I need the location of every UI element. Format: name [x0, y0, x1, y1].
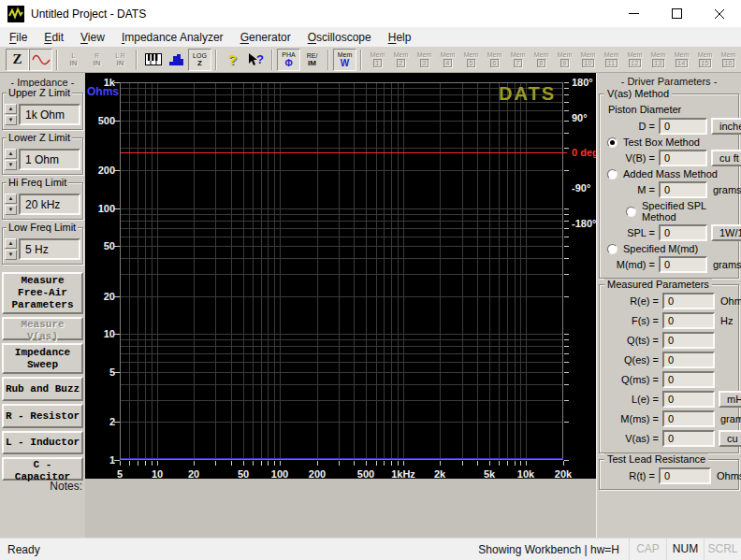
test-box-method-radio[interactable]: Test Box Method — [607, 136, 735, 148]
x-tick — [138, 461, 138, 466]
help-button[interactable]: ? — [221, 49, 244, 71]
button-label-bottom: IN — [70, 60, 78, 67]
driver-parameters-title: - Driver Parameters - — [599, 76, 739, 87]
right-input-button: RIN — [85, 49, 109, 71]
mem-label: Mem — [581, 51, 596, 58]
hi-freq-limit-label: Hi Freq Limit — [7, 177, 68, 188]
piano-keys-button[interactable] — [141, 49, 165, 71]
impedance-chart: 1251020501002005001k51020501002005001kHz… — [85, 73, 596, 479]
low-freq-limit-value[interactable]: 5 Hz — [19, 238, 80, 260]
lower-z-limit-spin-up[interactable]: ▲ — [5, 149, 17, 159]
menu-view[interactable]: View — [72, 29, 113, 46]
q-ts-input[interactable]: 0 — [662, 332, 715, 349]
frequency-blocks-button[interactable] — [165, 49, 188, 71]
menu-impedance-analyzer[interactable]: Impedance Analyzer — [113, 29, 232, 46]
measure-free-air-parameters-button[interactable]: Measure Free-Air Parameters — [2, 272, 83, 314]
upper-z-limit-value[interactable]: 1k Ohm — [19, 104, 80, 125]
1w-1m-unit-button[interactable]: 1W/1m — [711, 224, 741, 241]
memory-workbench-button[interactable]: MemW — [333, 49, 356, 71]
close-button[interactable] — [698, 0, 741, 27]
real-imaginary-button[interactable]: RE/IM — [300, 49, 324, 71]
hi-freq-limit-spin-up[interactable]: ▲ — [5, 194, 17, 204]
q-es-input[interactable]: 0 — [662, 352, 715, 368]
r-resistor-button[interactable]: R - Resistor — [2, 404, 83, 428]
f-s-input[interactable]: 0 — [662, 312, 715, 329]
sine-generator-button[interactable] — [29, 49, 52, 71]
q-ms-input[interactable]: 0 — [662, 371, 715, 388]
m-md-input[interactable]: 0 — [659, 256, 707, 273]
m-input[interactable]: 0 — [659, 181, 707, 198]
low-freq-limit-spin-up[interactable]: ▲ — [5, 238, 17, 249]
spl-field-label: SPL = — [603, 227, 655, 238]
x-axis-label: 10k — [517, 468, 534, 480]
button-label-bottom: IN — [94, 60, 101, 67]
mem-number: 6 — [490, 59, 500, 67]
v-as-input[interactable]: 0 — [662, 430, 715, 447]
x-tick — [526, 461, 527, 466]
menu-help[interactable]: Help — [380, 29, 420, 46]
mem-number: 15 — [699, 59, 712, 67]
impedance-sweep-button[interactable]: Impedance Sweep — [2, 343, 83, 374]
x-axis-label: 1kHz — [391, 468, 415, 480]
mem-label: Mem — [511, 51, 526, 58]
hi-freq-limit-spin-down[interactable]: ▼ — [5, 205, 17, 215]
phase-display-button[interactable]: PHAΦ — [277, 49, 300, 71]
context-help-icon: ? — [247, 52, 266, 67]
c-capacitor-button[interactable]: C - Capacitor — [2, 457, 83, 481]
menu-file[interactable]: File — [1, 29, 36, 46]
l-e-input[interactable]: 0 — [662, 391, 715, 408]
menu-oscilloscope[interactable]: Oscilloscope — [299, 29, 380, 46]
minimize-button[interactable] — [612, 0, 655, 27]
lower-z-limit-value[interactable]: 1 Ohm — [19, 149, 80, 170]
rub-and-buzz-button[interactable]: Rub and Buzz — [2, 377, 83, 401]
v-as-row: V(as) =0cu ft — [603, 430, 735, 447]
x-tick — [477, 461, 478, 466]
l-inductor-button[interactable]: L - Inductor — [2, 431, 83, 454]
y-axis-label: 1 — [85, 454, 115, 466]
specified-spl-method-radio-circle[interactable] — [626, 207, 636, 217]
x-tick — [243, 461, 244, 466]
x-axis-label: 200 — [309, 468, 326, 480]
cu-ft-unit-button[interactable]: cu ft — [719, 430, 741, 447]
mh-10k-unit-button[interactable]: mH (10k) — [719, 391, 741, 408]
x-axis-label: 20k — [555, 468, 572, 480]
added-mass-method-radio[interactable]: Added Mass Method — [607, 168, 735, 179]
menu-edit[interactable]: Edit — [36, 29, 72, 46]
specified-m-md-radio[interactable]: Specified M(md) — [607, 243, 735, 254]
specified-spl-method-radio[interactable]: Specified SPL Method — [626, 200, 735, 223]
spl-input[interactable]: 0 — [659, 224, 707, 241]
x-tick — [145, 461, 146, 466]
test-box-method-radio-circle[interactable] — [607, 137, 618, 148]
d-input[interactable]: 0 — [659, 118, 707, 135]
mem-15-button: Mem15 — [693, 49, 717, 71]
low-freq-limit-spin-down[interactable]: ▼ — [5, 250, 17, 260]
v-b-input[interactable]: 0 — [659, 150, 707, 166]
r-t-input[interactable]: 0 — [659, 467, 711, 484]
mem-number: 2 — [397, 59, 406, 67]
menu-generator[interactable]: Generator — [232, 29, 299, 46]
upper-z-limit-spin-up[interactable]: ▲ — [5, 104, 17, 114]
context-help-button[interactable]: ? — [244, 49, 268, 71]
impedance-magnitude-button[interactable]: Z — [6, 49, 29, 71]
hi-freq-limit-value[interactable]: 20 kHz — [19, 194, 80, 215]
inches-unit-button[interactable]: inches — [711, 118, 741, 135]
lower-z-limit-spin-down[interactable]: ▼ — [5, 160, 17, 170]
sine-wave-icon — [32, 53, 51, 66]
x-tick — [268, 461, 269, 466]
r-e-input[interactable]: 0 — [662, 293, 715, 309]
mem-number: 7 — [514, 59, 523, 67]
specified-m-md-radio-circle[interactable] — [607, 244, 618, 254]
mem-label: Mem — [604, 51, 619, 58]
added-mass-method-radio-circle[interactable] — [607, 169, 618, 179]
mem-label: Mem — [464, 51, 479, 58]
x-tick — [366, 461, 367, 466]
upper-z-limit-spin-down[interactable]: ▼ — [5, 115, 17, 125]
x-tick — [194, 461, 195, 466]
log-z-scale-button[interactable]: LOGZ — [188, 49, 211, 71]
maximize-button[interactable] — [655, 0, 698, 27]
toolbar-separator — [136, 50, 138, 70]
m-ms-input[interactable]: 0 — [662, 410, 715, 427]
cu-ft-unit-button[interactable]: cu ft — [711, 150, 741, 166]
title-bar: Untitled Project - DATS — [0, 0, 741, 28]
x-tick — [376, 461, 377, 466]
